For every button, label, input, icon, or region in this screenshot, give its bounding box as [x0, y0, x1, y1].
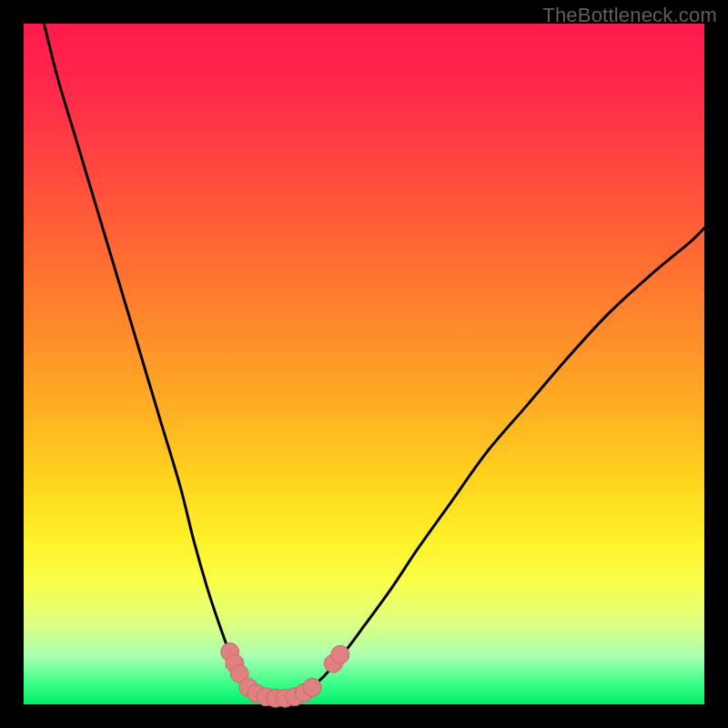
valley-markers-group [221, 642, 349, 707]
chart-plot-area [24, 24, 704, 704]
bottleneck-curve [44, 24, 704, 698]
bottleneck-curve-svg [24, 24, 704, 704]
outer-frame: TheBottleneck.com [0, 0, 728, 728]
valley-marker [303, 678, 321, 696]
valley-marker [331, 645, 349, 663]
